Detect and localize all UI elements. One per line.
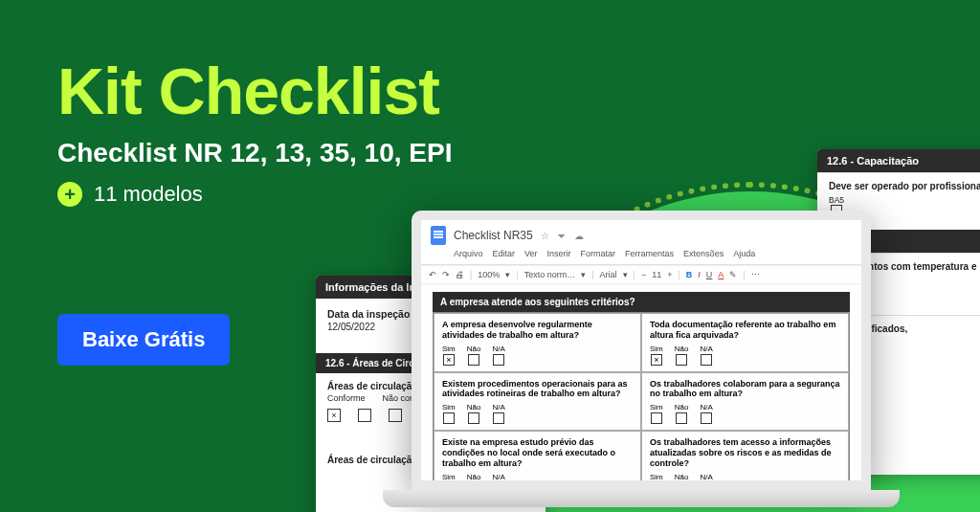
checkbox-icon (701, 354, 712, 366)
checkbox-icon (676, 412, 687, 424)
doc-cell: Os trabalhadores colaboram para a segura… (641, 372, 849, 432)
checkbox-icon (468, 412, 479, 424)
gdocs-icon (431, 226, 446, 245)
checkbox-icon (389, 409, 402, 422)
plus-models-row: + 11 modelos (57, 182, 203, 207)
checkbox-icon (676, 482, 687, 490)
gdocs-menu: Arquivo Editar Ver Inserir Formatar Ferr… (431, 245, 852, 264)
doc-section-header: A empresa atende aos seguintes critérios… (433, 292, 850, 312)
star-icon: ☆ (541, 231, 549, 241)
checkbox-icon (443, 412, 455, 424)
checkbox-icon (443, 354, 455, 366)
checkbox-icon (327, 409, 341, 422)
checkbox-icon (493, 482, 504, 490)
doc-cell: Os trabalhadores tem acesso a informaçõe… (641, 431, 849, 490)
gdocs-toolbar: ↶↷🖨| 100%▾| Texto norm…▾| Arial▾| −11+| … (421, 265, 861, 284)
laptop-mockup: Checklist NR35 ☆ ⏷ ☁ Arquivo Editar Ver … (412, 211, 871, 507)
checkbox-icon (676, 354, 687, 366)
doc-cell: Toda documentação referente ao trabalho … (641, 313, 849, 372)
cloud-icon: ☁ (574, 231, 584, 241)
checkbox-icon (493, 354, 504, 366)
checkbox-icon (468, 482, 479, 490)
checkbox-icon (701, 412, 712, 424)
card-header: 12.6 - Capacitação (817, 149, 980, 172)
laptop-screen: Checklist NR35 ☆ ⏷ ☁ Arquivo Editar Ver … (412, 211, 871, 490)
plus-models-text: 11 modelos (94, 182, 203, 207)
checkbox-icon (443, 482, 455, 490)
doc-cell: Existem procedimentos operacionais para … (434, 372, 641, 432)
plus-icon: + (57, 182, 82, 207)
checkbox-icon (468, 354, 479, 366)
download-free-button[interactable]: Baixe Grátis (57, 314, 230, 366)
doc-cell: Existe na empresa estudo prévio das cond… (434, 431, 641, 490)
document-title: Checklist NR35 (454, 229, 533, 242)
checkbox-icon (358, 409, 371, 422)
checkbox-icon (493, 412, 504, 424)
checkbox-icon (651, 412, 662, 424)
checkbox-icon (651, 482, 662, 490)
laptop-base (383, 490, 900, 507)
checkbox-icon (651, 354, 662, 366)
hero-subtitle: Checklist NR 12, 13, 35, 10, EPI (57, 138, 452, 168)
doc-cell: A empresa desenvolve regularmente ativid… (434, 313, 641, 372)
move-icon: ⏷ (557, 231, 567, 241)
checkbox-icon (701, 482, 712, 490)
hero-title: Kit Checklist (57, 54, 439, 128)
